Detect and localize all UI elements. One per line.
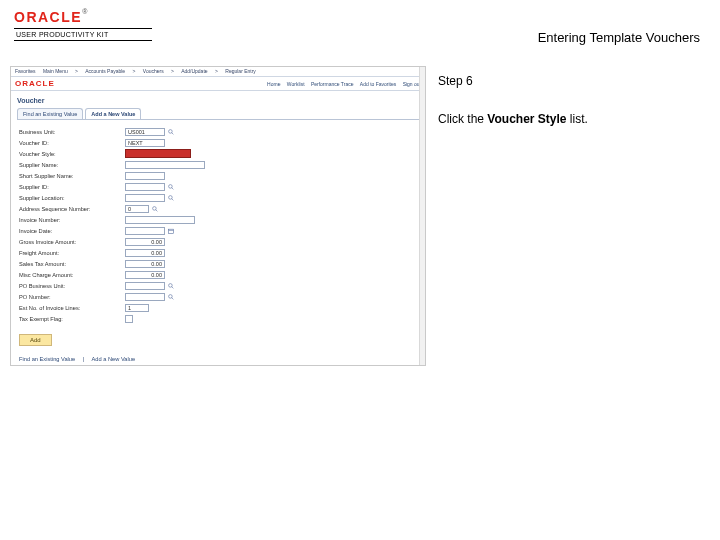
- scrollbar[interactable]: [419, 67, 425, 365]
- label-supplier-loc: Supplier Location:: [19, 195, 125, 201]
- add-button[interactable]: Add: [19, 334, 52, 346]
- svg-line-7: [156, 209, 158, 211]
- body: Favorites Main Menu > Accounts Payable >…: [0, 60, 720, 366]
- step-text-suf: list.: [567, 112, 588, 126]
- row-ponum: PO Number:: [19, 291, 419, 302]
- row-voucher-id: Voucher ID: NEXT: [19, 137, 419, 148]
- voucher-id-input[interactable]: NEXT: [125, 139, 165, 147]
- nav-worklist[interactable]: Worklist: [287, 81, 305, 87]
- oracle-trademark: ®: [82, 8, 87, 15]
- tab-add[interactable]: Add a New Value: [85, 108, 141, 119]
- taxexempt-checkbox[interactable]: [125, 315, 133, 323]
- supplier-id-input[interactable]: [125, 183, 165, 191]
- crumb-favorites[interactable]: Favorites: [15, 68, 36, 74]
- label-business-unit: Business Unit:: [19, 129, 125, 135]
- step-text: Click the Voucher Style list.: [438, 112, 710, 126]
- row-business-unit: Business Unit: US001: [19, 126, 419, 137]
- tab-strip: Find an Existing Value Add a New Value: [11, 108, 425, 119]
- crumb-vouchers[interactable]: Vouchers: [143, 68, 164, 74]
- page-header: ORACLE® USER PRODUCTIVITY KIT Entering T…: [0, 0, 720, 60]
- row-taxexempt: Tax Exempt Flag:: [19, 313, 419, 324]
- nav-home[interactable]: Home: [267, 81, 280, 87]
- row-invoice-num: Invoice Number:: [19, 214, 419, 225]
- row-estlines: Est No. of Invoice Lines: 1: [19, 302, 419, 313]
- instruction-panel: Step 6 Click the Voucher Style list.: [430, 60, 720, 366]
- lookup-icon[interactable]: [167, 282, 175, 290]
- crumb-addupdate[interactable]: Add/Update: [181, 68, 207, 74]
- calendar-icon[interactable]: [167, 227, 175, 235]
- tab-find[interactable]: Find an Existing Value: [17, 108, 83, 119]
- svg-line-13: [172, 297, 174, 299]
- upk-bar: USER PRODUCTIVITY KIT: [14, 28, 152, 41]
- nav-fav[interactable]: Add to Favorites: [360, 81, 396, 87]
- label-pobu: PO Business Unit:: [19, 283, 125, 289]
- label-voucher-style: Voucher Style:: [19, 151, 125, 157]
- addr-seq-input[interactable]: 0: [125, 205, 149, 213]
- brand-bar: ORACLE Home Worklist Performance Trace A…: [11, 77, 425, 91]
- footer-links: Find an Existing Value | Add a New Value: [11, 346, 425, 362]
- step-text-pre: Click the: [438, 112, 487, 126]
- oracle-logo: ORACLE® USER PRODUCTIVITY KIT: [14, 8, 152, 41]
- label-estlines: Est No. of Invoice Lines:: [19, 305, 125, 311]
- thumbnail-column: Favorites Main Menu > Accounts Payable >…: [0, 60, 430, 366]
- pobu-input[interactable]: [125, 282, 165, 290]
- misc-amount-input[interactable]: 0.00: [125, 271, 165, 279]
- row-misc: Misc Charge Amount: 0.00: [19, 269, 419, 280]
- row-short-supplier: Short Supplier Name:: [19, 170, 419, 181]
- row-addr-seq: Address Sequence Number: 0: [19, 203, 419, 214]
- salestax-amount-input[interactable]: 0.00: [125, 260, 165, 268]
- row-gross: Gross Invoice Amount: 0.00: [19, 236, 419, 247]
- invoice-date-input[interactable]: [125, 227, 165, 235]
- step-label: Step 6: [438, 74, 710, 88]
- supplier-loc-input[interactable]: [125, 194, 165, 202]
- short-supplier-input[interactable]: [125, 172, 165, 180]
- freight-amount-input[interactable]: 0.00: [125, 249, 165, 257]
- label-invoice-date: Invoice Date:: [19, 228, 125, 234]
- nav-perf[interactable]: Performance Trace: [311, 81, 354, 87]
- step-text-bold: Voucher Style: [487, 112, 566, 126]
- row-invoice-date: Invoice Date:: [19, 225, 419, 236]
- label-invoice-num: Invoice Number:: [19, 217, 125, 223]
- lookup-icon[interactable]: [167, 293, 175, 301]
- app-screenshot: Favorites Main Menu > Accounts Payable >…: [10, 66, 426, 366]
- footer-find[interactable]: Find an Existing Value: [19, 356, 75, 362]
- invoice-num-input[interactable]: [125, 216, 195, 224]
- crumb-ap[interactable]: Accounts Payable: [85, 68, 125, 74]
- ponum-input[interactable]: [125, 293, 165, 301]
- svg-line-11: [172, 286, 174, 288]
- business-unit-input[interactable]: US001: [125, 128, 165, 136]
- row-voucher-style: Voucher Style:: [19, 148, 419, 159]
- label-gross: Gross Invoice Amount:: [19, 239, 125, 245]
- voucher-style-list[interactable]: [125, 149, 191, 158]
- label-salestax: Sales Tax Amount:: [19, 261, 125, 267]
- footer-add[interactable]: Add a New Value: [92, 356, 136, 362]
- label-taxexempt: Tax Exempt Flag:: [19, 316, 125, 322]
- lookup-icon[interactable]: [151, 205, 159, 213]
- row-freight: Freight Amount: 0.00: [19, 247, 419, 258]
- label-supplier-name: Supplier Name:: [19, 162, 125, 168]
- row-supplier-loc: Supplier Location:: [19, 192, 419, 203]
- row-pobu: PO Business Unit:: [19, 280, 419, 291]
- app-oracle-logo: ORACLE: [15, 79, 55, 88]
- svg-line-5: [172, 198, 174, 200]
- oracle-wordmark: ORACLE: [14, 9, 82, 25]
- lookup-icon[interactable]: [167, 128, 175, 136]
- row-supplier-id: Supplier ID:: [19, 181, 419, 192]
- estlines-input[interactable]: 1: [125, 304, 149, 312]
- gross-amount-input[interactable]: 0.00: [125, 238, 165, 246]
- svg-line-3: [172, 187, 174, 189]
- page-title: Entering Template Vouchers: [538, 30, 700, 45]
- lookup-icon[interactable]: [167, 194, 175, 202]
- crumb-main[interactable]: Main Menu: [43, 68, 68, 74]
- label-voucher-id: Voucher ID:: [19, 140, 125, 146]
- lookup-icon[interactable]: [167, 183, 175, 191]
- label-short-supplier: Short Supplier Name:: [19, 173, 125, 179]
- supplier-name-input[interactable]: [125, 161, 205, 169]
- label-freight: Freight Amount:: [19, 250, 125, 256]
- crumb-regular[interactable]: Regular Entry: [225, 68, 256, 74]
- label-misc: Misc Charge Amount:: [19, 272, 125, 278]
- label-ponum: PO Number:: [19, 294, 125, 300]
- label-supplier-id: Supplier ID:: [19, 184, 125, 190]
- voucher-form: Business Unit: US001 Voucher ID: NEXT Vo…: [11, 120, 425, 328]
- row-salestax: Sales Tax Amount: 0.00: [19, 258, 419, 269]
